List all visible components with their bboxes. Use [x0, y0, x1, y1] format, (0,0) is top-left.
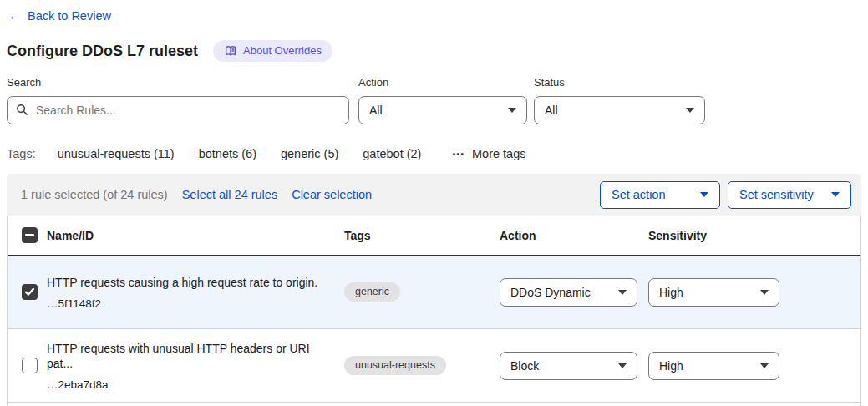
rule-id: …5f1148f2: [47, 297, 327, 310]
caret-down-icon: [686, 108, 694, 113]
header-name-id: Name/ID: [47, 229, 344, 242]
checkmark-icon: [24, 287, 35, 297]
book-icon: [224, 44, 237, 58]
rule-tag-pill: generic: [344, 282, 400, 302]
about-overrides-label: About Overrides: [243, 43, 322, 58]
select-all-checkbox[interactable]: [22, 227, 38, 243]
tags-bar: Tags: unusual-requests (11) botnets (6) …: [7, 145, 861, 162]
action-filter-select[interactable]: All: [358, 96, 527, 124]
caret-down-icon: [700, 192, 708, 197]
row-action-select[interactable]: Block: [500, 352, 637, 380]
table-partial-next-row: [8, 403, 860, 406]
rule-id: …2eba7d8a: [47, 378, 327, 391]
status-filter-value: All: [545, 104, 558, 117]
back-arrow-icon: ←: [8, 8, 22, 24]
caret-down-icon: [760, 363, 769, 368]
action-filter-value: All: [369, 104, 383, 117]
set-action-button[interactable]: Set action: [600, 181, 720, 209]
tag-filter-generic[interactable]: generic (5): [281, 145, 338, 162]
search-rules-input[interactable]: [7, 96, 349, 124]
row-checkbox[interactable]: [22, 284, 38, 300]
configure-ddos-page: ← Back to Review Configure DDoS L7 rules…: [0, 0, 868, 406]
caret-down-icon: [760, 290, 769, 295]
row-checkbox[interactable]: [22, 358, 38, 373]
set-sensitivity-button[interactable]: Set sensitivity: [728, 181, 851, 209]
rules-table: Name/ID Tags Action Sensitivity HTTP req…: [7, 216, 861, 406]
selection-summary: 1 rule selected (of 24 rules): [21, 188, 168, 201]
action-filter-label: Action: [358, 75, 527, 90]
caret-down-icon: [508, 108, 516, 113]
tags-bar-label: Tags:: [7, 145, 36, 162]
row-sensitivity-select[interactable]: High: [648, 278, 779, 307]
rule-name: HTTP requests causing a high request rat…: [47, 275, 327, 290]
table-row: HTTP requests with unusual HTTP headers …: [8, 329, 860, 403]
row-action-value: DDoS Dynamic: [510, 286, 591, 299]
more-tags-button[interactable]: ••• More tags: [452, 145, 525, 162]
set-action-label: Set action: [612, 188, 666, 201]
header-action: Action: [500, 229, 648, 242]
caret-down-icon: [618, 290, 627, 295]
row-sensitivity-value: High: [659, 286, 683, 299]
row-action-select[interactable]: DDoS Dynamic: [500, 278, 637, 307]
tag-filter-gatebot[interactable]: gatebot (2): [363, 145, 421, 162]
rule-tag-pill: unusual-requests: [344, 356, 446, 375]
back-link-label: Back to Review: [28, 8, 111, 24]
table-header-row: Name/ID Tags Action Sensitivity: [8, 216, 860, 256]
header-sensitivity: Sensitivity: [648, 229, 860, 242]
row-action-value: Block: [510, 359, 539, 373]
search-icon: [16, 104, 28, 119]
tag-filter-botnets[interactable]: botnets (6): [199, 145, 256, 162]
search-label: Search: [7, 75, 349, 90]
tag-filter-unusual-requests[interactable]: unusual-requests (11): [58, 145, 175, 162]
more-dots-icon: •••: [452, 145, 464, 162]
caret-down-icon: [831, 192, 840, 197]
select-all-link[interactable]: Select all 24 rules: [182, 188, 277, 201]
set-sensitivity-label: Set sensitivity: [739, 188, 814, 201]
indeterminate-icon: [25, 234, 34, 236]
search-filter: Search: [7, 75, 349, 124]
status-filter: Status All: [534, 75, 705, 124]
rule-name: HTTP requests with unusual HTTP headers …: [47, 341, 327, 371]
header-tags: Tags: [344, 229, 500, 242]
row-sensitivity-select[interactable]: High: [648, 352, 779, 380]
clear-selection-link[interactable]: Clear selection: [292, 188, 372, 201]
about-overrides-badge[interactable]: About Overrides: [213, 40, 332, 62]
page-title: Configure DDoS L7 ruleset: [7, 40, 198, 62]
status-filter-label: Status: [534, 75, 705, 90]
table-row: HTTP requests causing a high request rat…: [8, 256, 860, 329]
action-filter: Action All: [358, 75, 527, 124]
selection-bar: 1 rule selected (of 24 rules) Select all…: [7, 174, 861, 216]
back-to-review-link[interactable]: ← Back to Review: [8, 8, 111, 24]
row-sensitivity-value: High: [659, 359, 683, 373]
title-row: Configure DDoS L7 ruleset About Override…: [7, 40, 861, 62]
caret-down-icon: [618, 363, 627, 368]
more-tags-label: More tags: [472, 145, 525, 162]
filters-row: Search Action All Status All: [7, 75, 861, 124]
status-filter-select[interactable]: All: [534, 96, 705, 124]
